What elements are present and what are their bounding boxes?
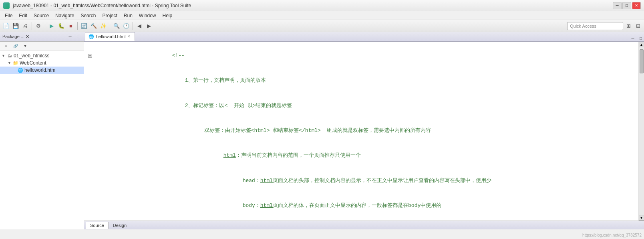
tree-label-helloworld: helloworld.htm <box>24 67 55 73</box>
perspective-button[interactable]: ⊞ <box>624 22 633 30</box>
new-button[interactable]: 📄 <box>2 22 10 30</box>
menu-project[interactable]: Project <box>99 12 120 19</box>
minimize-button[interactable]: ─ <box>613 2 622 9</box>
quick-access-input[interactable]: Quick Access <box>567 22 623 30</box>
fold-button[interactable]: − <box>88 54 92 58</box>
debug-button[interactable]: 🐛 <box>57 22 66 30</box>
save-button[interactable]: 💾 <box>11 22 20 30</box>
code-line: − <!-- <box>84 43 638 68</box>
editor-tab-helloworld[interactable]: 🌐 helloworld.html ✕ <box>85 32 135 41</box>
settings-button[interactable]: ⚙ <box>34 22 43 30</box>
code-line: head：html页面文档的头部，控制文档内容的显示，不在正文中显示让用户查看的… <box>84 168 638 193</box>
tree-label-webcontent: WebContent <box>20 60 46 66</box>
left-panel-title: Package ... ✕ <box>2 34 65 39</box>
code-line: 双标签：由开始标签<html> 和结束标签</html> 组成的就是双标签，需要… <box>84 118 638 143</box>
editor-panel-minimize[interactable]: ─ <box>630 35 636 41</box>
history-button[interactable]: 🕐 <box>122 22 131 30</box>
editor-panel: 🌐 helloworld.html ✕ ─ □ − <!-- <box>84 32 644 229</box>
window-controls: ─ □ ✕ <box>613 2 641 9</box>
tab-source[interactable]: Source <box>86 222 109 229</box>
code-area[interactable]: − <!-- 1、第一行，文档声明，页面的版本 2、标记标签： <box>84 42 638 221</box>
project-icon: 🗂 <box>7 53 12 59</box>
left-panel: Package ... ✕ ─ □ ≡ 🔗 ▼ ▼ 🗂 01_web_htmlc… <box>0 32 84 229</box>
menu-file[interactable]: File <box>2 12 16 19</box>
menu-edit[interactable]: Edit <box>16 12 30 19</box>
html-file-icon: 🌐 <box>18 67 23 73</box>
quick-access-label: Quick Access <box>570 24 596 28</box>
tab-design[interactable]: Design <box>109 222 131 229</box>
view-button[interactable]: ⊟ <box>634 22 642 30</box>
tree-label-project: 01_web_htmlcss <box>14 53 49 59</box>
toolbar: 📄 💾 🖨 ⚙ ▶ 🐛 ■ 🔄 🔨 ✨ 🔍 🕐 ◀ ▶ Quick Access… <box>0 20 644 32</box>
folder-icon: 📁 <box>13 60 18 66</box>
nav-forward-button[interactable]: ▶ <box>145 22 153 30</box>
menu-source[interactable]: Source <box>30 12 52 19</box>
code-line: 单标签：自结束标签，在开始标签内直接结束 <box>84 219 638 221</box>
scroll-thumb[interactable] <box>640 49 644 73</box>
tab-file-icon: 🌐 <box>89 34 94 39</box>
bottom-tabs: Source Design <box>84 221 644 229</box>
tree-arrow-project: ▼ <box>2 54 6 58</box>
menu-help[interactable]: Help <box>159 12 176 19</box>
title-bar: javaweb_180901 - 01_web_htmlcss/WebConte… <box>0 0 644 11</box>
editor-panel-maximize[interactable]: □ <box>638 35 644 41</box>
tree-item-webcontent[interactable]: ▼ 📁 WebContent <box>0 59 84 67</box>
menu-run[interactable]: Run <box>121 12 136 19</box>
line-gutter <box>87 68 93 93</box>
menu-navigate[interactable]: Navigate <box>52 12 77 19</box>
scroll-down-button[interactable]: ▼ <box>639 215 644 221</box>
left-panel-toolbar: ≡ 🔗 ▼ <box>0 42 84 51</box>
code-line: html：声明当前文档内容的范围，一个页面推荐只使用一个 <box>84 144 638 168</box>
clean-button[interactable]: ✨ <box>99 22 108 30</box>
app-icon <box>3 2 10 9</box>
code-line: body：html页面文档的体，在页面正文中显示的内容，一般标签都是在body中… <box>84 193 638 218</box>
build-button[interactable]: 🔨 <box>89 22 98 30</box>
collapse-all-button[interactable]: ≡ <box>2 42 10 51</box>
tree-arrow-webcontent: ▼ <box>8 61 12 65</box>
editor-tabs: 🌐 helloworld.html ✕ ─ □ <box>84 32 644 42</box>
tree-item-project[interactable]: ▼ 🗂 01_web_htmlcss <box>0 52 84 59</box>
code-line: 2、标记标签：以< 开始 以>结束的就是标签 <box>84 93 638 118</box>
stop-button[interactable]: ■ <box>66 22 75 30</box>
close-button[interactable]: ✕ <box>632 2 641 9</box>
nav-back-button[interactable]: ◀ <box>135 22 144 30</box>
print-button[interactable]: 🖨 <box>21 22 30 30</box>
maximize-panel-button[interactable]: □ <box>75 34 81 40</box>
editor-scrollbar[interactable]: ▲ ▼ <box>638 42 644 221</box>
refresh-button[interactable]: 🔄 <box>80 22 89 30</box>
package-tree: ▼ 🗂 01_web_htmlcss ▼ 📁 WebContent 🌐 hell… <box>0 51 84 229</box>
restore-button[interactable]: □ <box>622 2 631 9</box>
toolbar-separator-2 <box>45 22 45 30</box>
run-button[interactable]: ▶ <box>47 22 56 30</box>
tab-close-button[interactable]: ✕ <box>127 34 131 38</box>
code-line: 1、第一行，文档声明，页面的版本 <box>84 68 638 93</box>
main-area: Package ... ✕ ─ □ ≡ 🔗 ▼ ▼ 🗂 01_web_htmlc… <box>0 32 644 229</box>
link-with-editor-button[interactable]: 🔗 <box>11 42 20 51</box>
tree-view-options-button[interactable]: ▼ <box>21 42 30 51</box>
menu-search[interactable]: Search <box>77 12 99 19</box>
search-toolbar-button[interactable]: 🔍 <box>112 22 121 30</box>
tab-label: helloworld.html <box>96 34 125 39</box>
scroll-track[interactable] <box>639 47 644 215</box>
toolbar-separator-3 <box>77 22 78 30</box>
tree-item-helloworld[interactable]: 🌐 helloworld.htm <box>0 67 84 74</box>
left-panel-header: Package ... ✕ ─ □ <box>0 32 84 42</box>
tree-arrow-helloworld <box>12 68 16 72</box>
minimize-panel-button[interactable]: ─ <box>67 34 73 40</box>
fold-gutter[interactable]: − <box>87 43 93 68</box>
window-title: javaweb_180901 - 01_web_htmlcss/WebConte… <box>13 3 610 8</box>
toolbar-separator-5 <box>133 22 133 30</box>
scroll-up-button[interactable]: ▲ <box>639 42 644 47</box>
menu-bar: File Edit Source Navigate Search Project… <box>0 11 644 20</box>
menu-window[interactable]: Window <box>136 12 159 19</box>
toolbar-separator-4 <box>110 22 110 30</box>
toolbar-separator-1 <box>32 22 32 30</box>
